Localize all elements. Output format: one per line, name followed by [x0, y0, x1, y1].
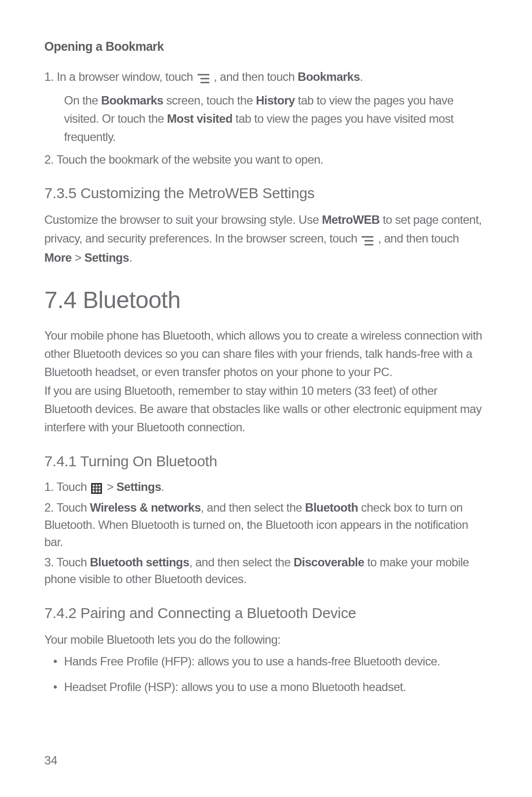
text-bold: Most visited [167, 112, 233, 125]
text: > [107, 480, 117, 493]
svg-rect-14 [96, 490, 98, 492]
heading-7-3-5: 7.3.5 Customizing the MetroWEB Settings [44, 185, 488, 202]
list-item: 1. Touch > Settings. [44, 479, 488, 496]
svg-rect-9 [99, 485, 100, 486]
heading-7-4-1: 7.4.1 Turning On Bluetooth [44, 453, 488, 470]
text: > [71, 251, 84, 264]
svg-rect-12 [99, 487, 100, 489]
text: . [129, 251, 132, 264]
menu-icon [362, 230, 373, 248]
text: On the [64, 94, 101, 107]
text-bold: Settings [84, 251, 129, 264]
list-item: 1. In a browser window, touch , and then… [44, 69, 488, 86]
text-bold: Settings [116, 480, 161, 493]
text-bold: Bookmarks [298, 70, 360, 83]
paragraph: Your mobile phone has Bluetooth, which a… [44, 326, 488, 381]
text: . [360, 70, 363, 83]
paragraph: Customize the browser to suit your brows… [44, 210, 488, 267]
text: 3. Touch [44, 555, 90, 569]
bluetooth-profiles-list: Hands Free Profile (HFP): allows you to … [44, 653, 488, 696]
text: 1. In a browser window, touch [44, 70, 196, 83]
svg-rect-5 [365, 244, 373, 245]
svg-rect-3 [362, 236, 373, 238]
list-item: Headset Profile (HSP): allows you to use… [44, 678, 488, 696]
svg-rect-13 [93, 490, 95, 492]
text: 1. Touch [44, 480, 90, 493]
turning-on-bluetooth-steps: 1. Touch > Settings. 2. Touch Wire [44, 479, 488, 588]
svg-rect-2 [200, 82, 209, 83]
list-item: 2. Touch Wireless & networks, and then s… [44, 499, 488, 551]
svg-rect-7 [93, 485, 95, 486]
text-bold: Bluetooth settings [90, 555, 189, 569]
text-bold: Discoverable [294, 555, 364, 569]
text-bold: History [256, 94, 295, 107]
list-item: 2. Touch the bookmark of the website you… [44, 151, 488, 169]
text-bold: Wireless & networks [90, 501, 200, 514]
text-bold: MetroWEB [322, 213, 379, 226]
svg-rect-10 [93, 487, 95, 489]
svg-rect-8 [96, 485, 98, 486]
note-block: On the Bookmarks screen, touch the Histo… [64, 91, 488, 146]
paragraph: Your mobile Bluetooth lets you do the fo… [44, 630, 488, 649]
text: , and then touch [214, 70, 298, 83]
text-bold: More [44, 251, 71, 264]
svg-rect-1 [200, 78, 209, 79]
text-bold: Bookmarks [101, 94, 163, 107]
page-number: 34 [44, 754, 58, 767]
text: , and then select the [189, 555, 294, 569]
text: , and then select the [201, 501, 305, 514]
opening-bookmark-steps: 1. In a browser window, touch , and then… [44, 69, 488, 86]
opening-bookmark-steps-2: 2. Touch the bookmark of the website you… [44, 151, 488, 169]
svg-rect-4 [365, 240, 373, 242]
svg-rect-15 [99, 490, 100, 492]
text-bold: Bluetooth [305, 501, 358, 514]
apps-grid-icon [91, 479, 102, 496]
menu-icon [198, 69, 209, 86]
text: . [161, 480, 164, 493]
text: 2. Touch [44, 501, 90, 514]
heading-7-4: 7.4 Bluetooth [44, 286, 488, 313]
document-page: Opening a Bookmark 1. In a browser windo… [0, 0, 532, 797]
list-item: 3. Touch Bluetooth settings, and then se… [44, 554, 488, 589]
paragraph: If you are using Bluetooth, remember to … [44, 381, 488, 437]
svg-rect-0 [198, 74, 209, 75]
text: screen, touch the [163, 94, 256, 107]
heading-7-4-2: 7.4.2 Pairing and Connecting a Bluetooth… [44, 605, 488, 622]
text: Customize the browser to suit your brows… [44, 213, 322, 226]
text: , and then touch [378, 232, 459, 245]
heading-opening-bookmark: Opening a Bookmark [44, 39, 488, 54]
svg-rect-11 [96, 487, 98, 489]
list-item: Hands Free Profile (HFP): allows you to … [44, 653, 488, 670]
